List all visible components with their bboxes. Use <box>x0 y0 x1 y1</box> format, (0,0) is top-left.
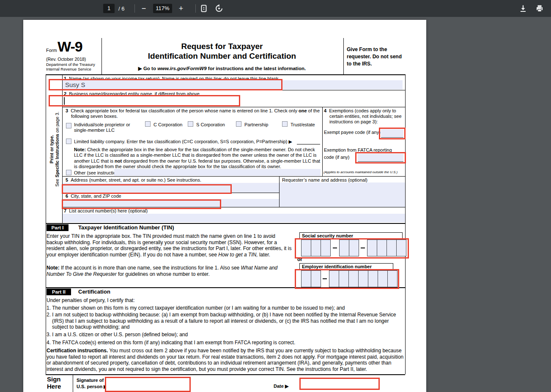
checkbox-partnership[interactable] <box>236 121 241 127</box>
address-field-highlight <box>62 184 232 194</box>
certify-item-2: 2. I am not subject to backup withholdin… <box>47 312 403 330</box>
certification-instructions: Certification instructions. You must cro… <box>47 348 406 372</box>
fit-page-icon <box>200 4 208 13</box>
download-button[interactable] <box>518 3 528 14</box>
form-word: Form <box>46 48 57 53</box>
checkbox-c-corporation-label: C Corporation <box>154 122 182 128</box>
zoom-level-input[interactable]: 117% <box>153 4 172 13</box>
toolbar-divider <box>195 4 196 13</box>
print-icon <box>535 4 544 13</box>
form-title-line1: Request for Taxpayer <box>104 42 340 51</box>
header-divider-left <box>101 38 102 74</box>
pdf-page: Form W-9 (Rev. October 2018) Department … <box>23 20 426 392</box>
checkbox-trust-estate[interactable] <box>282 121 288 127</box>
checkbox-partnership-label: Partnership <box>244 122 268 128</box>
form-title-line2: Identification Number and Certification <box>104 52 340 61</box>
city-state-zip-field-highlight <box>62 199 221 209</box>
form-department: Department of the Treasury <box>46 62 95 67</box>
pdf-toolbar: 1 / 6 − 117% + <box>0 0 551 17</box>
signature-label-line1: Signature of <box>77 378 104 383</box>
part2-title: Certification <box>78 289 110 295</box>
form-number: W-9 <box>58 38 82 55</box>
part1-note: Note: If the account is in more than one… <box>47 265 293 277</box>
date-label: Date ▶ <box>274 384 288 389</box>
rotate-button[interactable] <box>214 4 224 13</box>
certify-intro: Under penalties of perjury, I certify th… <box>47 297 135 304</box>
download-icon <box>519 4 527 13</box>
zoom-in-button[interactable]: + <box>176 3 186 14</box>
zoom-out-button[interactable]: − <box>139 3 149 14</box>
signature-field-highlight <box>105 377 191 392</box>
part1-title: Taxpayer Identification Number (TIN) <box>78 224 174 231</box>
page-number-input[interactable]: 1 <box>103 4 115 13</box>
certify-item-3: 3. I am a U.S. citizen or other U.S. per… <box>47 332 403 338</box>
checkbox-c-corporation[interactable] <box>145 121 151 127</box>
date-field-highlight <box>299 378 380 390</box>
part1-rule <box>46 223 405 224</box>
exempt-payee-label: Exempt payee code (if any) <box>324 130 381 135</box>
sign-word: Sign <box>47 376 61 383</box>
llc-label: Limited liability company. Enter the tax… <box>74 139 311 144</box>
form-left-border <box>46 74 46 374</box>
checkbox-individual[interactable] <box>66 123 71 128</box>
header-rule <box>46 74 405 75</box>
line3-label: 3 Check appropriate box for federal tax … <box>66 108 323 119</box>
checkbox-other[interactable] <box>66 170 71 175</box>
sign-rule <box>46 374 405 375</box>
requester-field[interactable] <box>280 182 405 207</box>
other-field[interactable] <box>114 169 321 176</box>
line4-divider <box>322 107 323 176</box>
ein-field-highlight <box>295 269 399 289</box>
checkbox-s-corporation[interactable] <box>188 121 193 127</box>
page-count-label: / 6 <box>118 5 124 12</box>
checkbox-llc[interactable] <box>66 139 71 144</box>
llc-note: Note: Check the appropriate box in the l… <box>74 147 323 169</box>
row-rule <box>62 176 405 177</box>
give-form-note: Give Form to the requester. Do not send … <box>347 46 404 68</box>
ssn-field-highlight <box>295 238 409 259</box>
print-button[interactable] <box>535 3 545 14</box>
header-divider-right <box>343 38 344 74</box>
form-service: Internal Revenue Service <box>46 67 91 71</box>
sign-divider <box>73 375 73 392</box>
llc-classification-field[interactable] <box>297 144 320 144</box>
form-right-border <box>405 74 406 374</box>
line5-label: 5 Address (number, street, and apt. or s… <box>66 177 201 183</box>
toolbar-divider <box>134 4 135 13</box>
checkbox-s-corporation-label: S Corporation <box>196 122 225 128</box>
line4-label: 4 Exemptions (codes apply only to certai… <box>324 108 404 125</box>
checkbox-trust-estate-label: Trust/estate <box>291 122 315 128</box>
account-numbers-field[interactable] <box>63 214 405 222</box>
certify-item-4: 4. The FATCA code(s) entered on this for… <box>47 340 403 346</box>
signature-label-line2: U.S. person ▶ <box>77 384 107 389</box>
fatca-code-field-highlight <box>355 152 406 163</box>
fit-page-button[interactable] <box>199 4 208 13</box>
part1-paragraph: Enter your TIN in the appropriate box. T… <box>47 233 293 258</box>
name-field-highlight <box>49 79 282 90</box>
row-rule <box>62 107 405 107</box>
applies-note: (Applies to accounts maintained outside … <box>323 170 397 174</box>
line6-label: 6 City, state, and ZIP code <box>66 193 121 199</box>
part1-badge: Part I <box>47 224 69 231</box>
part2-badge: Part II <box>47 289 71 295</box>
here-word: Here <box>47 383 61 390</box>
fatca-label-line2: code (if any) <box>324 155 350 160</box>
form-revision: (Rev. October 2018) <box>46 57 86 62</box>
exempt-payee-field-highlight <box>379 128 406 139</box>
business-name-field-highlight <box>49 95 240 106</box>
rotate-counterclockwise-icon <box>215 4 223 13</box>
certify-item-1: 1. The number shown on this form is my c… <box>47 305 403 311</box>
checkbox-individual-label: Individual/sole proprietor or single-mem… <box>74 122 143 133</box>
form-goto-line: ▶ Go to www.irs.gov/FormW9 for instructi… <box>104 65 340 71</box>
